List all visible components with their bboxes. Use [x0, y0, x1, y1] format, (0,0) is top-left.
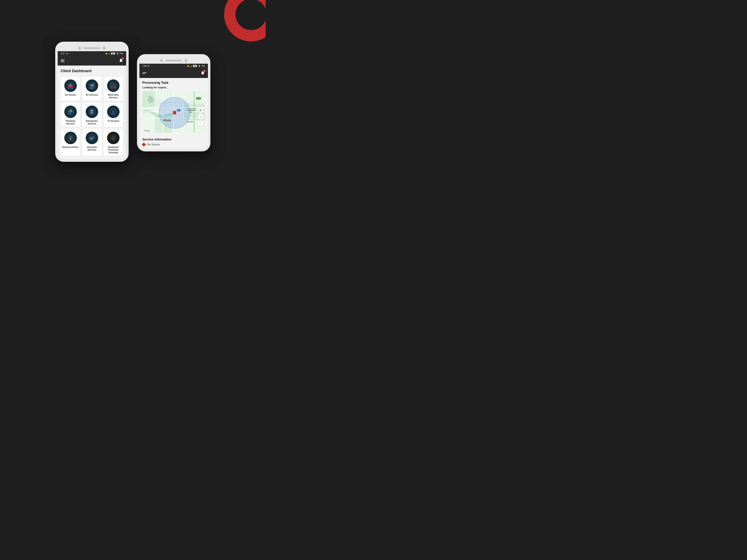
signal-icon: ▋▋▋: [111, 52, 115, 55]
phone1-app-bar: 1: [58, 56, 126, 65]
svg-point-40: [91, 112, 91, 113]
phone1-battery: 77%: [120, 52, 123, 55]
svg-rect-29: [70, 112, 71, 114]
svg-rect-37: [93, 110, 93, 111]
service-info-title: Service information: [143, 137, 205, 141]
service-card-generator[interactable]: Generator Services: [82, 129, 102, 156]
service-card-motorbike[interactable]: Motor Bike Services: [104, 77, 123, 101]
svg-text:❄: ❄: [114, 109, 115, 110]
service-card-electrical[interactable]: Electrical Works: [60, 129, 80, 156]
svg-point-42: [92, 112, 92, 113]
phone2-status-right: 🔔 ▲ ▋▋▋ 🔋 77%: [187, 65, 205, 67]
svg-text:Hazrat: Hazrat: [149, 96, 152, 98]
map-zoom-controls: ⊕ + −: [198, 107, 203, 126]
svg-text:RESIDENTIAL: RESIDENTIAL: [187, 110, 195, 111]
locate-button[interactable]: ⊕: [198, 107, 203, 113]
phone2-notification-badge: 1: [203, 70, 206, 72]
svg-rect-89: [173, 111, 176, 114]
phone1-status-bar: 2:37 KB/s 🔔 ▲ ▋▋▋ 🔋 77%: [58, 51, 126, 56]
hamburger-menu-button[interactable]: [60, 59, 65, 62]
svg-text:N001: N001: [197, 98, 201, 100]
svg-text:GULSHAN: GULSHAN: [187, 121, 193, 123]
phone2-notification-button[interactable]: 1: [201, 71, 205, 76]
processing-title: Processing Task: [143, 81, 205, 85]
svg-point-70: [92, 139, 93, 140]
svg-text:BASUNDHARA: BASUNDHARA: [187, 108, 196, 109]
svg-point-41: [91, 113, 92, 113]
svg-rect-48: [113, 113, 114, 114]
dashboard-title: Client Dashboard: [60, 69, 123, 73]
svg-text:AREA: AREA: [189, 112, 192, 113]
phone2-hamburger-menu-button[interactable]: [143, 72, 147, 74]
svg-text:❄: ❄: [111, 109, 112, 110]
phone2-status-left: 2:38 ▣ ≈: [143, 65, 150, 67]
notification-button[interactable]: 1: [119, 58, 123, 63]
phone2-content: Processing Task Looking for expert...: [139, 78, 208, 149]
zoom-out-button[interactable]: −: [198, 121, 203, 126]
phone2-signal-icon: ▋▋▋: [193, 65, 197, 67]
service-card-refrigerator[interactable]: ❄❄ Refrigerator Services: [82, 103, 102, 127]
phone1-notification-badge: 1: [122, 57, 124, 60]
svg-text:Airport: Airport: [149, 101, 153, 103]
ac-service-icon: ❄ ❄ ❄: [86, 79, 98, 92]
svg-rect-64: [90, 137, 92, 138]
svg-text:✈: ✈: [159, 102, 161, 104]
looking-for-expert-text: Looking for expert...: [143, 86, 205, 89]
svg-text:❄: ❄: [92, 87, 93, 88]
electrical-service-icon: [64, 132, 77, 144]
service-card-tv[interactable]: ❄ ❄ TV Services: [104, 103, 123, 127]
svg-rect-74: [143, 91, 155, 108]
service-card-ac[interactable]: ❄ ❄ ❄ AC Services: [82, 77, 102, 101]
svg-text:International: International: [147, 100, 154, 101]
phone1-top-bar: [58, 44, 126, 51]
phone2-wifi-icon: ▲: [190, 65, 192, 67]
speaker-bar: [84, 47, 100, 49]
phone2-battery: 77%: [201, 65, 205, 67]
phone1-inner: 2:37 KB/s 🔔 ▲ ▋▋▋ 🔋 77%: [58, 44, 126, 159]
tv-service-label: TV Services: [107, 120, 119, 123]
svg-text:Dhaka: Dhaka: [163, 118, 172, 122]
svg-text:IO: IO: [178, 110, 179, 111]
wifi-icon: ▲: [108, 52, 110, 55]
map-svg: ✈ IO Dhaka Hazrat Shahjalal Internationa: [143, 91, 205, 133]
svg-rect-66: [93, 137, 94, 137]
service-info-section: Service information Car Service: [139, 137, 208, 149]
diamond-icon: [142, 142, 146, 146]
phone2-time: 2:38: [143, 65, 146, 67]
phone2-top-bar: [139, 57, 208, 64]
svg-point-69: [90, 139, 91, 140]
protection-service-label: Equipment Protection Coverage: [105, 146, 122, 154]
svg-point-21: [114, 83, 115, 83]
car-service-label: Car Service: [65, 94, 76, 96]
service-card-protection[interactable]: Equipment Protection Coverage: [104, 129, 123, 156]
decorative-circle: [224, 0, 265, 42]
processing-content-area: Processing Task Looking for expert...: [139, 78, 208, 137]
svg-point-24: [111, 87, 112, 87]
ac-service-label: AC Services: [86, 94, 98, 96]
svg-point-18: [109, 82, 117, 89]
phone2-camera-dot-right: [184, 59, 187, 62]
protection-service-icon: [107, 132, 120, 144]
service-card-car[interactable]: Car Service: [60, 77, 80, 101]
svg-rect-71: [90, 138, 91, 139]
generator-service-icon: [86, 132, 98, 144]
svg-rect-13: [91, 86, 92, 87]
phones-container: 2:37 KB/s 🔔 ▲ ▋▋▋ 🔋 77%: [55, 42, 210, 162]
svg-rect-49: [112, 114, 114, 114]
zoom-in-button[interactable]: +: [198, 114, 203, 120]
map-container: ✈ IO Dhaka Hazrat Shahjalal Internationa: [143, 91, 205, 133]
car-service-icon: [64, 79, 77, 92]
svg-point-31: [69, 113, 70, 114]
svg-text:❄: ❄: [91, 88, 92, 89]
battery-icon: 🔋: [117, 52, 119, 55]
generator-service-label: Generator Services: [84, 146, 100, 151]
service-card-plumbing[interactable]: Plumbing Services: [60, 103, 80, 127]
phone2-camera-dot-left: [160, 59, 163, 62]
refrigerator-service-icon: ❄❄: [86, 106, 98, 118]
svg-rect-65: [93, 137, 94, 139]
electrical-service-label: Electrical Works: [62, 146, 79, 149]
phone1-shell: 2:37 KB/s 🔔 ▲ ▋▋▋ 🔋 77%: [55, 42, 129, 162]
motorbike-service-label: Motor Bike Services: [105, 94, 122, 99]
phone2-data-icons: ▣ ≈: [148, 65, 150, 67]
phone2-status-bar: 2:38 ▣ ≈ 🔔 ▲ ▋▋▋ 🔋 77%: [139, 64, 208, 69]
